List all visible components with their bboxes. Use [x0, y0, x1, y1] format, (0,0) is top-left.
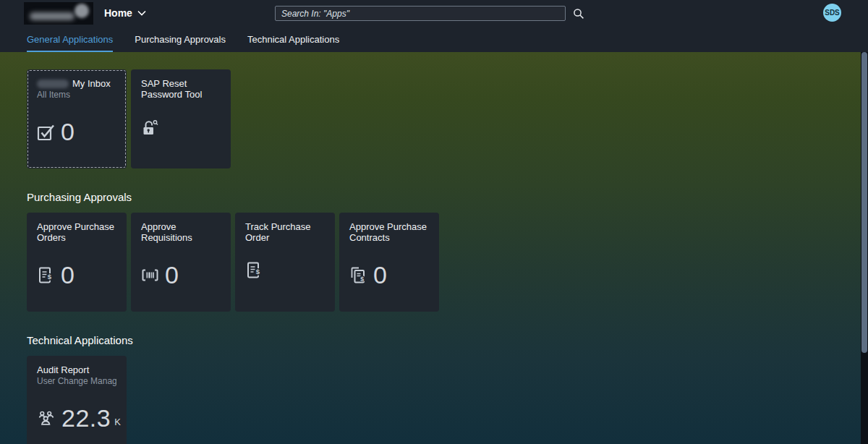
- search-input[interactable]: [275, 6, 566, 21]
- tile-kpi: 0: [36, 117, 75, 146]
- inbox-task-icon: [36, 122, 56, 142]
- tile-title: Audit Report: [37, 364, 116, 375]
- tile-title: SAP Reset Password Tool: [141, 78, 221, 100]
- unlock-search-icon: [140, 117, 160, 137]
- contracts-icon: $: [349, 265, 368, 285]
- tile-count: 22.3: [61, 404, 111, 432]
- svg-text:$: $: [256, 268, 260, 276]
- page-title: Home: [104, 7, 132, 19]
- anchor-tab-bar: General Applications Purchasing Approval…: [0, 26, 868, 52]
- search-icon: [573, 8, 584, 20]
- chevron-down-icon: [137, 10, 146, 16]
- tile-title: Approve Purchase Orders: [37, 221, 116, 243]
- scrollbar-track[interactable]: [861, 52, 868, 444]
- logo-redacted-blur-2: [75, 4, 89, 18]
- logo-redacted-blur: [30, 12, 75, 20]
- group-heading-purchasing-approvals: Purchasing Approvals: [27, 190, 868, 204]
- tile-count-scale: K: [114, 417, 121, 432]
- tile-subtitle: All Items: [37, 90, 116, 100]
- tile-kpi: $ 0: [36, 260, 75, 289]
- tile-approve-requisitions[interactable]: Approve Requisitions 0: [131, 213, 231, 312]
- launchpad-content: My Inbox All Items 0 SAP Reset Password …: [0, 52, 868, 444]
- tile-kpi: $ 0: [349, 260, 387, 289]
- tile-sap-reset-password-tool[interactable]: SAP Reset Password Tool: [131, 69, 231, 168]
- tile-count: 0: [165, 260, 179, 289]
- tile-count: 0: [61, 117, 75, 146]
- tile-kpi: 0: [140, 260, 179, 289]
- tile-kpi: $: [244, 260, 264, 280]
- avatar[interactable]: SDS: [823, 4, 841, 22]
- tile-track-purchase-order[interactable]: Track Purchase Order $: [235, 213, 335, 312]
- tab-general-applications[interactable]: General Applications: [27, 26, 113, 52]
- tile-subtitle: User Change Manag…: [37, 376, 116, 386]
- tile-group-general: My Inbox All Items 0 SAP Reset Password …: [27, 69, 868, 168]
- tab-purchasing-approvals[interactable]: Purchasing Approvals: [135, 26, 226, 52]
- tile-audit-report[interactable]: Audit Report User Change Manag… 22.3 K: [27, 356, 127, 444]
- top-bar: Home SDS: [0, 0, 868, 26]
- tile-title: Approve Purchase Contracts: [349, 221, 429, 243]
- barcode-icon: [140, 265, 160, 285]
- search-area: [275, 6, 584, 21]
- avatar-initials: SDS: [825, 9, 840, 17]
- tile-count: 0: [61, 260, 75, 289]
- tile-count: 0: [373, 260, 387, 289]
- search-button[interactable]: [573, 8, 584, 20]
- tile-approve-purchase-contracts[interactable]: Approve Purchase Contracts $ 0: [339, 213, 439, 312]
- tile-title: Track Purchase Order: [245, 221, 325, 243]
- company-logo: [24, 2, 93, 25]
- tile-kpi: [140, 117, 160, 137]
- tile-title: My Inbox: [37, 78, 116, 89]
- scrollbar-thumb[interactable]: [861, 52, 867, 353]
- tile-kpi: 22.3 K: [36, 404, 121, 432]
- group-heading-technical-applications: Technical Applications: [27, 333, 868, 347]
- redacted-text: [37, 80, 69, 88]
- tile-my-inbox[interactable]: My Inbox All Items 0: [27, 69, 127, 168]
- employee-group-icon: [36, 408, 56, 428]
- shell-header: Home SDS General Applications Purchasing…: [0, 0, 868, 52]
- sales-order-icon: $: [36, 265, 56, 285]
- svg-text:$: $: [360, 275, 364, 282]
- tab-technical-applications[interactable]: Technical Applications: [247, 26, 339, 52]
- page-title-menu[interactable]: Home: [104, 7, 146, 19]
- tile-group-purchasing: Approve Purchase Orders $ 0 Approve Requ…: [27, 213, 868, 312]
- tile-title: Approve Requisitions: [141, 221, 221, 243]
- tile-group-technical: Audit Report User Change Manag… 22.3 K: [27, 356, 868, 444]
- svg-text:$: $: [48, 273, 52, 281]
- sales-order-icon: $: [244, 260, 264, 280]
- tile-approve-purchase-orders[interactable]: Approve Purchase Orders $ 0: [27, 213, 127, 312]
